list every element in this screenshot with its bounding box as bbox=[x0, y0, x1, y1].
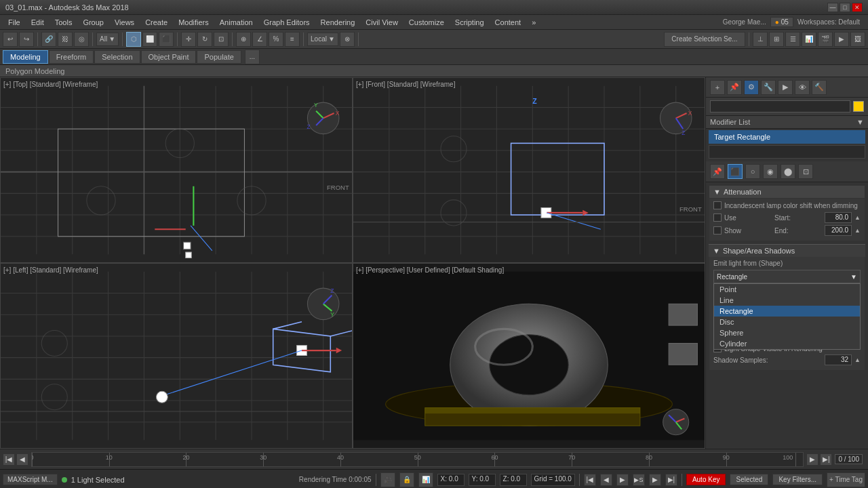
rp-icon-modifier[interactable]: ⬛ bbox=[728, 164, 743, 179]
timeline-ruler[interactable]: 0 10 20 30 40 50 60 70 80 90 100 bbox=[31, 452, 804, 467]
next-frame-button[interactable]: ▶ bbox=[806, 453, 818, 466]
select-button[interactable]: ⬡ bbox=[126, 32, 141, 47]
lock-btn[interactable]: 🔒 bbox=[399, 472, 414, 487]
menu-views[interactable]: Views bbox=[109, 17, 140, 28]
far-use-checkbox[interactable] bbox=[713, 214, 722, 222]
object-name-input[interactable]: TPhotometricLight001 bbox=[710, 100, 850, 113]
rp-pin-btn[interactable]: 📌 bbox=[727, 80, 742, 95]
go-start-button[interactable]: |◀ bbox=[584, 474, 596, 486]
menu-content[interactable]: Content bbox=[490, 17, 527, 28]
menu-edit[interactable]: Edit bbox=[26, 17, 50, 28]
render-setup[interactable]: 🎬 bbox=[818, 32, 833, 47]
selected-modifier[interactable]: Target Rectangle bbox=[709, 130, 865, 144]
render-frame[interactable]: ▶ bbox=[834, 32, 849, 47]
render-production[interactable]: 🖼 bbox=[850, 32, 865, 47]
prev-frame-button[interactable]: ◀ bbox=[16, 453, 28, 466]
undo-button[interactable]: ↩ bbox=[3, 32, 18, 47]
move-button[interactable]: ✛ bbox=[181, 32, 196, 47]
incandescent-checkbox[interactable] bbox=[713, 201, 722, 209]
rp-display-btn[interactable]: 👁 bbox=[795, 80, 810, 95]
frame-counter[interactable]: 0 / 100 bbox=[835, 454, 863, 464]
attenuation-header[interactable]: ▼ Attenuation bbox=[709, 185, 865, 199]
viewport-front[interactable]: [+] [Front] [Standard] [Wireframe] bbox=[353, 77, 705, 263]
spinner-up-end[interactable]: ▲ bbox=[854, 227, 861, 234]
key-filters-button[interactable]: Key Filters... bbox=[772, 474, 823, 485]
rp-create-btn[interactable]: + bbox=[710, 80, 725, 95]
more-options[interactable]: ... bbox=[245, 49, 260, 64]
graph-editors-btn[interactable]: 📊 bbox=[802, 32, 816, 47]
far-start-value[interactable]: 80.0 bbox=[825, 212, 852, 223]
unlink-button[interactable]: ⛓ bbox=[58, 32, 73, 47]
angle-snap[interactable]: ∠ bbox=[252, 32, 267, 47]
redo-button[interactable]: ↪ bbox=[19, 32, 34, 47]
menu-rendering[interactable]: Rendering bbox=[315, 17, 361, 28]
viewport-stats-btn[interactable]: 📊 bbox=[418, 472, 433, 487]
select-region-button[interactable]: ⬜ bbox=[142, 32, 157, 47]
spinner-up-start[interactable]: ▲ bbox=[854, 214, 861, 221]
select-link-button[interactable]: 🔗 bbox=[41, 32, 56, 47]
selected-label-button[interactable]: Selected bbox=[730, 474, 768, 485]
percent-snap[interactable]: % bbox=[269, 32, 283, 47]
viewport-left[interactable]: [+] [Left] [Standard] [Wireframe] bbox=[0, 263, 353, 449]
rp-icon-sphere[interactable]: ◉ bbox=[763, 164, 778, 179]
play-selected-button[interactable]: ▶S bbox=[633, 474, 645, 486]
mode-selection[interactable]: Selection bbox=[94, 50, 140, 64]
menu-create[interactable]: Create bbox=[140, 17, 173, 28]
shape-area-header[interactable]: ▼ Shape/Area Shadows bbox=[709, 244, 865, 257]
rp-icon-display[interactable]: ⊡ bbox=[798, 164, 813, 179]
far-end-value[interactable]: 200.0 bbox=[825, 225, 852, 236]
mode-modeling[interactable]: Modeling bbox=[3, 50, 48, 64]
maxscript-button[interactable]: MAXScript M... bbox=[3, 474, 58, 485]
rp-icon-pin[interactable]: 📌 bbox=[710, 164, 725, 179]
minimize-button[interactable]: — bbox=[827, 3, 838, 12]
layer-manager[interactable]: ☰ bbox=[785, 32, 800, 47]
far-show-checkbox[interactable] bbox=[713, 226, 722, 235]
rotate-button[interactable]: ↻ bbox=[197, 32, 212, 47]
rp-utilities-btn[interactable]: 🔨 bbox=[812, 80, 827, 95]
option-point[interactable]: Point bbox=[714, 284, 860, 295]
auto-key-button[interactable]: Auto Key bbox=[686, 474, 726, 485]
menu-modifiers[interactable]: Modifiers bbox=[173, 17, 214, 28]
menu-scripting[interactable]: Scripting bbox=[450, 17, 490, 28]
option-cylinder[interactable]: Cylinder bbox=[714, 338, 860, 349]
viewport-top[interactable]: [+] [Top] [Standard] [Wireframe] bbox=[0, 77, 353, 263]
filter-dropdown[interactable]: All ▼ bbox=[96, 33, 119, 46]
menu-animation[interactable]: Animation bbox=[214, 17, 258, 28]
rp-icon-render[interactable]: ○ bbox=[745, 164, 760, 179]
menu-file[interactable]: File bbox=[3, 17, 26, 28]
menu-graph-editors[interactable]: Graph Editors bbox=[258, 17, 315, 28]
coord-dropdown[interactable]: Local ▼ bbox=[307, 33, 338, 46]
next-frame-status-button[interactable]: ▶ bbox=[649, 474, 661, 486]
rp-motion-btn[interactable]: ▶ bbox=[778, 80, 793, 95]
spinner-snap[interactable]: ≡ bbox=[285, 32, 300, 47]
prev-key-button[interactable]: |◀ bbox=[3, 453, 15, 466]
scale-button[interactable]: ⊡ bbox=[214, 32, 229, 47]
menu-group[interactable]: Group bbox=[77, 17, 109, 28]
menu-customize[interactable]: Customize bbox=[403, 17, 450, 28]
mirror-button[interactable]: ⊥ bbox=[753, 32, 768, 47]
rp-icon-tools[interactable]: ⬤ bbox=[781, 164, 795, 179]
snaps-toggle[interactable]: ⊕ bbox=[236, 32, 251, 47]
shadow-samples-value[interactable]: 32 bbox=[825, 354, 852, 365]
menu-civil-view[interactable]: Civil View bbox=[360, 17, 403, 28]
next-key-button[interactable]: ▶| bbox=[820, 453, 832, 466]
add-time-tag-btn[interactable]: + Time Tag bbox=[827, 472, 865, 487]
prev-frame-status-button[interactable]: ◀ bbox=[600, 474, 612, 486]
option-sphere[interactable]: Sphere bbox=[714, 327, 860, 338]
maximize-button[interactable]: □ bbox=[840, 3, 850, 12]
menu-tools[interactable]: Tools bbox=[50, 17, 78, 28]
option-line[interactable]: Line bbox=[714, 295, 860, 306]
shadow-samples-spinner[interactable]: ▲ bbox=[854, 357, 861, 363]
selection-set-button[interactable]: Create Selection Se... bbox=[664, 32, 745, 47]
rp-modifier-btn[interactable]: ⚙ bbox=[744, 80, 759, 95]
option-disc[interactable]: Disc bbox=[714, 317, 860, 327]
go-end-button[interactable]: ▶| bbox=[665, 474, 677, 486]
option-rectangle[interactable]: Rectangle bbox=[714, 306, 860, 317]
play-button[interactable]: ▶ bbox=[616, 474, 629, 486]
use-transform-center[interactable]: ⊗ bbox=[340, 32, 355, 47]
window-crossing-button[interactable]: ⬛ bbox=[159, 32, 174, 47]
menu-more[interactable]: » bbox=[526, 17, 541, 28]
close-button[interactable]: ✕ bbox=[852, 3, 863, 12]
select-camera-btn[interactable]: 🎥 bbox=[380, 472, 395, 487]
bind-space-warp[interactable]: ◎ bbox=[74, 32, 89, 47]
